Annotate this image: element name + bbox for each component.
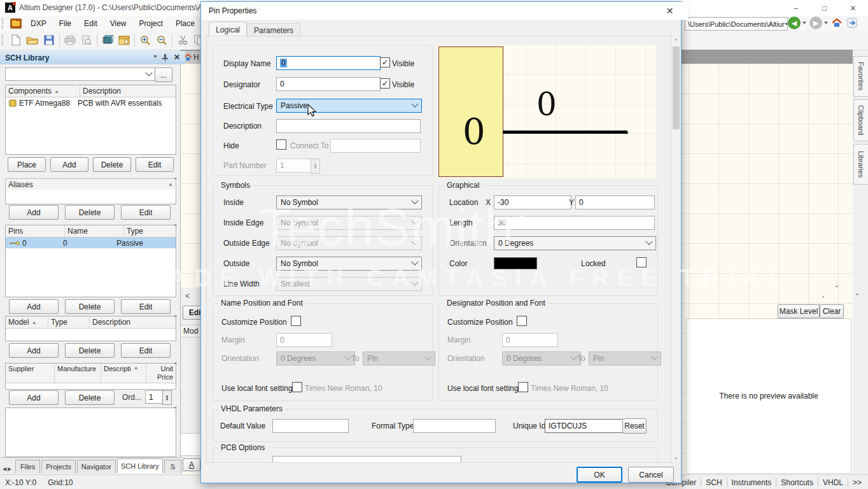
model-add-button[interactable]: Add <box>9 343 59 358</box>
description-input[interactable] <box>276 119 421 133</box>
tab-navigator[interactable]: Navigator <box>77 460 116 473</box>
home-button[interactable] <box>831 17 843 29</box>
supplier-add-button[interactable]: Add <box>9 390 59 405</box>
tab-schlib-doc[interactable]: S <box>164 460 181 473</box>
component-add-button[interactable]: Add <box>50 157 88 172</box>
browse-component-button[interactable] <box>99 32 116 48</box>
ok-button[interactable]: OK <box>577 467 622 483</box>
status-vhdl[interactable]: VHDL <box>823 478 843 487</box>
outside-edge-dropdown[interactable]: No Symbol <box>276 236 422 250</box>
part-number-input[interactable]: 1 <box>276 159 314 173</box>
desig-margin-input[interactable]: 0 <box>502 333 558 347</box>
desig-orientation-dropdown[interactable]: 0 Degrees <box>502 351 581 365</box>
pin-panel-icon[interactable] <box>162 53 169 62</box>
col-description[interactable]: Description <box>80 85 176 97</box>
pin-add-button[interactable]: Add <box>9 299 59 314</box>
collapse-up-icon[interactable]: ⌃ <box>173 362 178 368</box>
col-unit-price[interactable]: Unit Price <box>146 364 176 383</box>
col-pins[interactable]: Pins <box>6 225 65 237</box>
pcb-clipped-input[interactable] <box>272 456 461 462</box>
forward-dropdown-icon[interactable] <box>824 22 828 24</box>
menu-project[interactable]: Project <box>133 17 169 30</box>
menu-dxp[interactable]: DXP <box>24 17 53 30</box>
model-delete-button[interactable]: Delete <box>65 343 115 358</box>
a-button-fragment[interactable]: A <box>183 458 200 471</box>
name-customize-checkbox[interactable] <box>291 316 301 326</box>
panels-button[interactable] <box>116 32 132 48</box>
aliases-header[interactable]: Aliases▲ <box>5 178 176 190</box>
new-document-button[interactable] <box>8 32 24 48</box>
collapse-up-icon[interactable]: ⌃ <box>173 223 178 230</box>
name-to-dropdown[interactable]: Pin <box>363 351 435 365</box>
tab-libraries[interactable]: Libraries <box>853 144 868 185</box>
refresh-button[interactable] <box>846 17 858 29</box>
address-combobox[interactable]: \Users\Public\Documents\Altiur <box>685 17 788 31</box>
desig-to-dropdown[interactable]: Pin <box>589 351 661 365</box>
maximize-button[interactable]: □ <box>810 0 839 16</box>
back-button[interactable]: ◀ <box>788 17 801 29</box>
tab-projects[interactable]: Projects <box>41 460 76 473</box>
reset-button[interactable]: Reset <box>622 418 647 434</box>
collapse-arrow[interactable]: < <box>185 292 200 301</box>
location-y-input[interactable]: 0 <box>575 195 655 209</box>
dialog-scrollbar[interactable]: ⌃ ⌄ <box>671 36 681 462</box>
designator-visible-checkbox[interactable]: ✓ <box>380 78 390 89</box>
zoom-out-button[interactable] <box>153 32 170 48</box>
panel-close-icon[interactable]: ✕ <box>174 53 180 62</box>
col-components[interactable]: Components▲ <box>6 85 80 97</box>
status-shortcuts[interactable]: Shortcuts <box>781 478 813 487</box>
scrollbar-thumb[interactable] <box>673 46 680 129</box>
order-stepper[interactable]: ▲▼ <box>162 390 172 405</box>
component-row[interactable]: ETF Atmega88 PCB with AVR essentials <box>6 97 176 109</box>
col-model-desc[interactable]: Description <box>90 316 176 328</box>
component-delete-button[interactable]: Delete <box>93 157 131 172</box>
unique-id-input[interactable]: IGTDCUJS <box>545 419 625 433</box>
name-margin-input[interactable]: 0 <box>276 333 332 347</box>
tab-favorites[interactable]: Favorites <box>853 56 868 97</box>
tab-scroll-right-icon[interactable]: ▸ <box>8 464 11 473</box>
default-value-input[interactable] <box>272 419 349 433</box>
color-swatch[interactable] <box>494 257 537 269</box>
col-model-type[interactable]: Type <box>48 316 90 328</box>
component-filter-combobox[interactable] <box>5 67 155 81</box>
aliases-list[interactable] <box>5 190 176 204</box>
scroll-up-icon[interactable]: ⌃ <box>671 36 681 46</box>
alias-delete-button[interactable]: Delete <box>65 205 115 220</box>
col-supplier[interactable]: Supplier <box>6 364 55 383</box>
clear-button[interactable]: Clear <box>820 304 844 318</box>
formal-type-input[interactable] <box>413 419 496 433</box>
location-x-input[interactable]: -30 <box>494 195 571 209</box>
col-model[interactable]: Model▲ <box>6 316 48 328</box>
col-manufacturer[interactable]: Manufacture <box>55 364 101 383</box>
display-name-visible-checkbox[interactable]: ✓ <box>380 57 390 67</box>
inside-edge-dropdown[interactable]: No Symbol <box>276 216 422 230</box>
cancel-button[interactable]: Cancel <box>628 467 674 483</box>
scroll-down-icon[interactable]: ⌄ <box>834 282 839 288</box>
edit-button-fragment[interactable]: Edit <box>183 306 201 320</box>
orientation-dropdown[interactable]: 0 Degrees <box>494 236 656 250</box>
menu-view[interactable]: View <box>104 17 133 30</box>
menu-edit[interactable]: Edit <box>78 17 104 30</box>
pin-row-selected[interactable]: 0 0 Passive <box>6 237 176 248</box>
alias-edit-button[interactable]: Edit <box>121 205 171 220</box>
tab-scroll-left-icon[interactable]: ◂ <box>3 464 6 473</box>
outside-dropdown[interactable]: No Symbol <box>276 257 422 271</box>
desig-customize-checkbox[interactable] <box>517 316 527 326</box>
menu-place[interactable]: Place <box>169 17 201 30</box>
cut-button[interactable] <box>174 32 191 48</box>
collapse-up-icon[interactable]: ⌃ <box>173 406 178 413</box>
save-button[interactable] <box>41 32 57 48</box>
browse-button[interactable]: ... <box>155 67 172 82</box>
print-button[interactable] <box>62 32 78 48</box>
open-button[interactable] <box>24 32 41 48</box>
component-edit-button[interactable]: Edit <box>136 157 174 172</box>
zoom-in-button[interactable] <box>137 32 153 48</box>
status-more[interactable]: >> <box>853 478 862 487</box>
line-width-dropdown[interactable]: Smallest <box>276 277 422 291</box>
scroll-right-icon[interactable]: › <box>822 294 824 300</box>
tab-clipboard[interactable]: Clipboard <box>853 99 868 141</box>
panel-menu-icon[interactable] <box>153 55 157 58</box>
col-name[interactable]: Name <box>65 225 124 237</box>
minimize-button[interactable]: – <box>781 0 810 16</box>
mask-level-button[interactable]: Mask Level <box>778 304 820 318</box>
